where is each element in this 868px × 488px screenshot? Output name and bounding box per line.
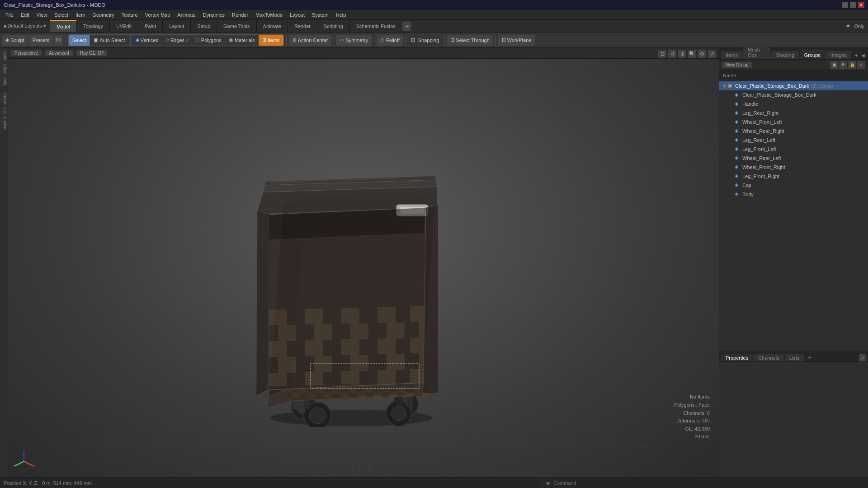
left-tool-poly[interactable]: Poly <box>0 76 8 87</box>
menu-vertex-map[interactable]: Vertex Map <box>142 11 174 19</box>
groups-filter-icon[interactable]: ▣ <box>830 61 838 69</box>
tree-row-cap[interactable]: ◈ Cap <box>719 181 868 190</box>
groups-settings-icon[interactable]: ≡ <box>857 61 865 69</box>
expand-icon <box>729 146 735 152</box>
tab-render[interactable]: Render <box>288 20 317 32</box>
tree-row-wheel-front-left[interactable]: ◈ Wheel_Front_Left <box>719 117 868 127</box>
groups-tree-list[interactable]: ▼ ▣ Clear_Plastic_Storage_Box_Dark (2) :… <box>719 80 868 351</box>
menu-texture[interactable]: Texture <box>118 11 142 19</box>
edges-button[interactable]: ◇ Edges 3 <box>162 35 192 46</box>
add-right-tab-button[interactable]: + <box>853 51 860 59</box>
vp-settings-icon[interactable]: ⚙ <box>698 50 706 58</box>
workplane-button[interactable]: ⊟ WorkPlane <box>498 35 535 46</box>
menu-maxtomode[interactable]: MaxToModo <box>252 11 286 19</box>
action-center-icon: ⊕ <box>292 37 297 43</box>
tab-animate[interactable]: Animate <box>257 20 288 32</box>
left-tool-verts[interactable]: Verts <box>0 50 8 62</box>
tab-uvedit[interactable]: UVEdit <box>110 20 138 32</box>
menu-animate[interactable]: Animate <box>174 11 199 19</box>
tab-scripting[interactable]: Scripting <box>317 20 350 32</box>
menu-item[interactable]: Item <box>72 11 89 19</box>
tree-row-wheel-rear-right[interactable]: ◈ Wheel_Rear_Right <box>719 127 868 136</box>
tab-lists[interactable]: Lists <box>785 354 804 361</box>
left-tool-curve[interactable]: Curve <box>0 92 8 105</box>
vp-reset-icon[interactable]: ↺ <box>668 50 676 58</box>
vp-maximize-icon[interactable]: ⊡ <box>658 50 666 58</box>
tree-row-handle[interactable]: ◈ Handle <box>719 99 868 108</box>
tab-groups[interactable]: Groups <box>800 51 825 59</box>
command-expand-icon[interactable]: ▶ <box>547 480 551 486</box>
snapping-button[interactable]: ⊞ Snapping <box>408 36 442 44</box>
maximize-button[interactable]: □ <box>850 2 856 8</box>
command-input[interactable] <box>553 480 864 486</box>
vp-expand-icon[interactable]: ⤢ <box>708 50 716 58</box>
action-center-button[interactable]: ⊕ Action Center <box>289 35 332 46</box>
symmetry-button[interactable]: ⇿ Symmetry <box>336 35 372 46</box>
menu-view[interactable]: View <box>33 11 51 19</box>
tree-row-leg-front-left[interactable]: ◈ Leg_Front_Left <box>719 145 868 154</box>
collapse-right-panel-button[interactable]: ◀ <box>859 51 866 59</box>
right-bottom-expand-icon[interactable]: ⤢ <box>859 354 866 361</box>
menu-system[interactable]: System <box>308 11 332 19</box>
tab-model[interactable]: Model <box>50 20 77 32</box>
tree-row-leg-front-right[interactable]: ◈ Leg_Front_Right <box>719 172 868 181</box>
menu-help[interactable]: Help <box>332 11 350 19</box>
vp-zoom-icon[interactable]: ⊕ <box>678 50 686 58</box>
minimize-button[interactable]: ─ <box>842 2 848 8</box>
menu-file[interactable]: File <box>2 11 17 19</box>
tree-row-wheel-rear-left[interactable]: ◈ Wheel_Rear_Left <box>719 154 868 163</box>
tab-paint[interactable]: Paint <box>138 20 163 32</box>
left-tool-edge[interactable]: Edge <box>0 63 8 75</box>
presets-fill-btn[interactable]: Fill <box>54 35 63 46</box>
menu-select[interactable]: Select <box>51 11 72 19</box>
tab-topology[interactable]: Topology <box>77 20 110 32</box>
perspective-button[interactable]: Perspective <box>11 50 42 56</box>
layout-selector-label[interactable]: Default Layouts ▾ <box>7 23 46 29</box>
tab-images[interactable]: Images <box>826 51 851 59</box>
materials-button[interactable]: ◉ Materials <box>225 35 259 46</box>
vertices-button[interactable]: ◆ Vertices <box>132 35 162 46</box>
tree-row-root-group[interactable]: ▼ ▣ Clear_Plastic_Storage_Box_Dark (2) :… <box>719 81 868 90</box>
tab-shading[interactable]: Shading <box>771 51 798 59</box>
new-group-button[interactable]: New Group <box>722 62 752 68</box>
expand-icon[interactable]: ▼ <box>722 83 727 89</box>
polygons-button[interactable]: ⬡ Polygons <box>192 35 225 46</box>
advanced-button[interactable]: Advanced <box>45 50 72 56</box>
menu-layout[interactable]: Layout <box>286 11 308 19</box>
tab-layout[interactable]: Layout <box>163 20 191 32</box>
svg-text:X: X <box>33 464 35 468</box>
groups-eye-icon[interactable]: 👁 <box>839 61 847 69</box>
tree-row-body[interactable]: ◈ Body <box>719 190 868 199</box>
menu-dynamics[interactable]: Dynamics <box>199 11 228 19</box>
tab-items[interactable]: Items <box>721 51 742 59</box>
tab-setup[interactable]: Setup <box>191 20 217 32</box>
raygl-button[interactable]: Ray GL: Off <box>76 50 108 56</box>
groups-lock-icon[interactable]: 🔒 <box>848 61 856 69</box>
tab-schematic-fusion[interactable]: Schematic Fusion <box>350 20 402 32</box>
tree-row-mesh-main[interactable]: ◈ Clear_Plastic_Storage_Box_Dark <box>719 90 868 99</box>
vp-search-icon[interactable]: 🔍 <box>688 50 696 58</box>
left-tool-uv[interactable]: UV <box>0 106 8 115</box>
tab-properties[interactable]: Properties <box>721 354 753 361</box>
falloff-button[interactable]: ◎ Falloff <box>377 35 403 46</box>
select-through-button[interactable]: ⊡ Select Through <box>447 35 493 46</box>
add-tab-button[interactable]: + <box>402 22 411 31</box>
menu-edit[interactable]: Edit <box>17 11 33 19</box>
menu-geometry[interactable]: Geometry <box>89 11 118 19</box>
viewport-canvas[interactable]: No Items Polygons : Face Channels: 0 Def… <box>8 59 719 477</box>
items-button[interactable]: ⊞ Items <box>259 35 283 46</box>
auto-select-button[interactable]: ▣ Auto Select <box>90 35 128 46</box>
tab-mesh-ops[interactable]: Mesh Ops <box>743 46 770 59</box>
tree-row-leg-rear-right[interactable]: ◈ Leg_Rear_Right <box>719 108 868 117</box>
presets-button[interactable]: Presets <box>29 35 53 46</box>
tab-game-tools[interactable]: Game Tools <box>217 20 257 32</box>
close-button[interactable]: ✕ <box>858 2 864 8</box>
menu-render[interactable]: Render <box>228 11 252 19</box>
expand-icon <box>729 192 735 197</box>
tab-channels[interactable]: Channels <box>754 354 783 361</box>
add-bottom-tab-button[interactable]: + <box>806 353 814 361</box>
left-tool-fusion[interactable]: Fusion <box>0 116 8 131</box>
tree-row-leg-rear-left[interactable]: ◈ Leg_Rear_Left <box>719 136 868 145</box>
sculpt-button[interactable]: ◈ Sculpt <box>2 35 28 46</box>
tree-row-wheel-front-right[interactable]: ◈ Wheel_Front_Right <box>719 163 868 172</box>
